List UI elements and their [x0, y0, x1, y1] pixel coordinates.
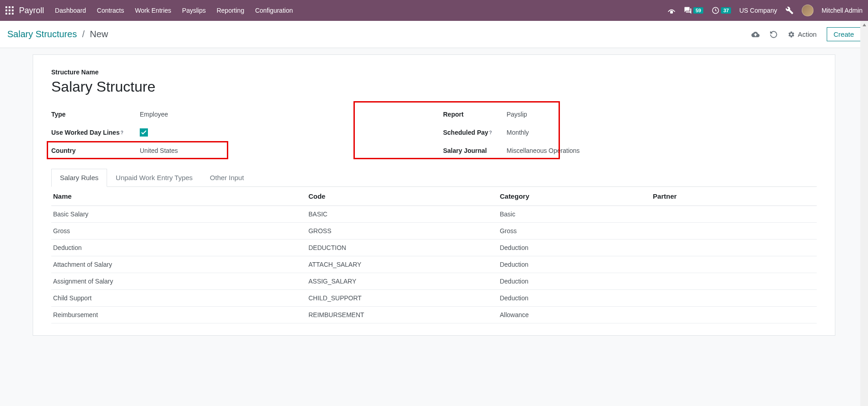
scheduled-label: Scheduled Pay? [443, 129, 507, 136]
activities-icon[interactable]: 37 [711, 6, 731, 15]
control-panel: Salary Structures / New Action Create [0, 21, 868, 48]
cloud-upload-icon[interactable] [751, 30, 760, 39]
svg-rect-7 [9, 13, 10, 15]
action-label: Action [798, 30, 817, 38]
table-row[interactable]: ReimbursementREIMBURSEMENTAllowance [51, 307, 817, 323]
create-button[interactable]: Create [827, 27, 861, 41]
tray-phone-icon[interactable] [667, 6, 676, 15]
table-row[interactable]: Child SupportCHILD_SUPPORTDeduction [51, 290, 817, 307]
nav-menu-payslips[interactable]: Payslips [182, 7, 206, 14]
cell-category: Deduction [495, 290, 648, 307]
scheduled-label-text: Scheduled Pay [443, 129, 489, 136]
breadcrumb-parent[interactable]: Salary Structures [7, 29, 77, 39]
user-name[interactable]: Mitchell Admin [822, 7, 863, 14]
cell-partner [648, 290, 817, 307]
app-title[interactable]: Payroll [19, 6, 44, 15]
report-label: Report [443, 111, 507, 118]
apps-icon[interactable] [5, 6, 14, 15]
cell-category: Gross [495, 223, 648, 240]
form-fields-area: Type Employee Use Worked Day Lines? [51, 105, 817, 160]
field-scheduled-pay: Scheduled Pay? Monthly [443, 123, 817, 142]
activities-badge: 37 [721, 7, 731, 14]
type-value[interactable]: Employee [140, 111, 168, 118]
form-tabs: Salary Rules Unpaid Work Entry Types Oth… [51, 169, 817, 187]
tab-unpaid-work-entry-types[interactable]: Unpaid Work Entry Types [107, 169, 201, 186]
form-sheet: Structure Name Salary Structure Type Emp… [33, 54, 835, 336]
tab-other-input[interactable]: Other Input [201, 169, 253, 186]
svg-rect-4 [9, 10, 10, 11]
cell-name: Reimbursement [51, 307, 304, 323]
messages-icon[interactable]: 59 [684, 6, 703, 15]
worked-day-label: Use Worked Day Lines? [51, 129, 140, 136]
main-wrapper: Structure Name Salary Structure Type Emp… [0, 54, 868, 336]
field-country: Country United States [51, 142, 425, 160]
report-value[interactable]: Payslip [507, 111, 527, 118]
col-partner[interactable]: Partner [648, 187, 817, 206]
breadcrumb-current: New [90, 29, 108, 39]
nav-menu-work-entries[interactable]: Work Entries [135, 7, 171, 14]
table-row[interactable]: DeductionDEDUCTIONDeduction [51, 240, 817, 256]
cell-code: ATTACH_SALARY [304, 256, 495, 273]
user-avatar[interactable] [802, 5, 814, 16]
structure-name-label: Structure Name [51, 68, 817, 76]
form-left-column: Type Employee Use Worked Day Lines? [51, 105, 425, 160]
cell-partner [648, 206, 817, 223]
type-label: Type [51, 111, 140, 118]
discard-undo-icon[interactable] [770, 30, 778, 39]
nav-menu-configuration[interactable]: Configuration [255, 7, 293, 14]
nav-menu-dashboard[interactable]: Dashboard [55, 7, 86, 14]
scheduled-value[interactable]: Monthly [507, 129, 529, 136]
svg-rect-9 [671, 11, 673, 14]
worked-day-label-text: Use Worked Day Lines [51, 129, 120, 136]
breadcrumb-separator: / [82, 29, 85, 39]
col-code[interactable]: Code [304, 187, 495, 206]
journal-label: Salary Journal [443, 147, 507, 154]
cell-code: DEDUCTION [304, 240, 495, 256]
cell-code: BASIC [304, 206, 495, 223]
col-name[interactable]: Name [51, 187, 304, 206]
table-row[interactable]: Attachment of SalaryATTACH_SALARYDeducti… [51, 256, 817, 273]
tab-salary-rules[interactable]: Salary Rules [51, 169, 107, 187]
cell-name: Gross [51, 223, 304, 240]
table-row[interactable]: Basic SalaryBASICBasic [51, 206, 817, 223]
field-report: Report Payslip [443, 105, 817, 123]
help-icon[interactable]: ? [121, 130, 123, 135]
gear-icon [788, 31, 795, 38]
worked-day-value[interactable] [140, 128, 148, 137]
svg-rect-0 [5, 6, 7, 8]
col-category[interactable]: Category [495, 187, 648, 206]
nav-menu-contracts[interactable]: Contracts [97, 7, 124, 14]
cell-partner [648, 256, 817, 273]
salary-rules-table: Name Code Category Partner Basic SalaryB… [51, 187, 817, 323]
checkbox-checked-icon[interactable] [140, 128, 148, 137]
cell-name: Assignment of Salary [51, 273, 304, 290]
cell-partner [648, 240, 817, 256]
cell-category: Deduction [495, 256, 648, 273]
nav-menu: Dashboard Contracts Work Entries Payslip… [55, 7, 293, 14]
cell-name: Child Support [51, 290, 304, 307]
country-value[interactable]: United States [140, 147, 178, 154]
cell-code: CHILD_SUPPORT [304, 290, 495, 307]
debug-tools-icon[interactable] [785, 6, 794, 15]
nav-menu-reporting[interactable]: Reporting [216, 7, 244, 14]
action-dropdown[interactable]: Action [788, 30, 817, 38]
cell-code: REIMBURSEMENT [304, 307, 495, 323]
cell-partner [648, 307, 817, 323]
form-right-column: Report Payslip Scheduled Pay? Monthly Sa… [443, 105, 817, 160]
scrollbar-track[interactable] [860, 21, 868, 336]
cell-name: Deduction [51, 240, 304, 256]
record-title[interactable]: Salary Structure [51, 78, 817, 95]
svg-rect-3 [5, 10, 7, 11]
scroll-up-arrow-icon[interactable] [860, 21, 868, 29]
help-icon[interactable]: ? [489, 130, 492, 135]
field-type: Type Employee [51, 105, 425, 123]
table-header-row: Name Code Category Partner [51, 187, 817, 206]
company-switcher[interactable]: US Company [739, 7, 777, 14]
journal-value[interactable]: Miscellaneous Operations [507, 147, 580, 154]
table-row[interactable]: Assignment of SalaryASSIG_SALARYDeductio… [51, 273, 817, 290]
cell-category: Allowance [495, 307, 648, 323]
table-row[interactable]: GrossGROSSGross [51, 223, 817, 240]
top-navbar: Payroll Dashboard Contracts Work Entries… [0, 0, 868, 21]
control-panel-actions: Action Create [751, 27, 861, 41]
svg-rect-1 [9, 6, 10, 8]
